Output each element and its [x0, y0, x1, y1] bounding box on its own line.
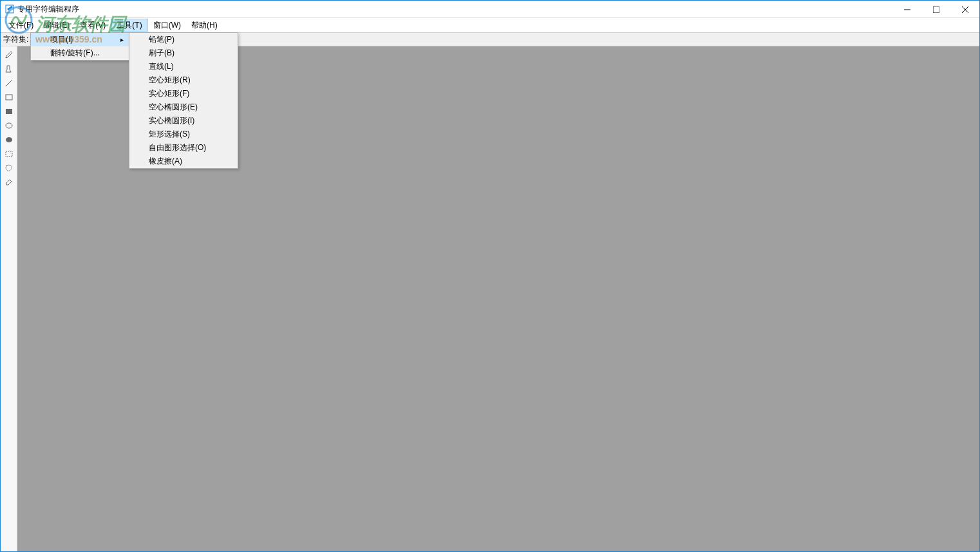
- menu-edit[interactable]: 编辑(E): [39, 19, 75, 32]
- submenu-freeform-select[interactable]: 自由图形选择(O): [129, 141, 238, 155]
- line-tool-icon[interactable]: [3, 77, 15, 89]
- menu-file[interactable]: 文件(F): [3, 19, 39, 32]
- brush-tool-icon[interactable]: [3, 63, 15, 75]
- hollow-ellipse-tool-icon[interactable]: [3, 120, 15, 131]
- maximize-button[interactable]: [921, 1, 950, 18]
- freeform-select-tool-icon[interactable]: [3, 162, 15, 174]
- window-controls: [892, 1, 979, 18]
- charset-label: 字符集:: [3, 34, 28, 45]
- tools-item-submenu[interactable]: 项目(I): [31, 33, 129, 46]
- solid-rect-tool-icon[interactable]: [3, 106, 15, 117]
- submenu-eraser[interactable]: 橡皮擦(A): [129, 155, 238, 168]
- menu-window[interactable]: 窗口(W): [148, 19, 186, 32]
- menu-help[interactable]: 帮助(H): [186, 19, 223, 32]
- submenu-pencil[interactable]: 铅笔(P): [129, 33, 238, 46]
- titlebar: 专用字符编辑程序: [1, 1, 979, 18]
- tools-flip-rotate[interactable]: 翻转/旋转(F)...: [31, 46, 129, 60]
- submenu-solid-ellipse[interactable]: 实心椭圆形(I): [129, 114, 238, 128]
- pencil-tool-icon[interactable]: [3, 49, 15, 61]
- close-button[interactable]: [950, 1, 979, 18]
- submenu-hollow-ellipse[interactable]: 空心椭圆形(E): [129, 100, 238, 114]
- minimize-button[interactable]: [892, 1, 921, 18]
- submenu-rect-select[interactable]: 矩形选择(S): [129, 128, 238, 141]
- svg-point-9: [6, 137, 12, 142]
- svg-rect-10: [6, 151, 12, 157]
- svg-rect-7: [6, 109, 12, 114]
- rect-select-tool-icon[interactable]: [3, 148, 15, 160]
- submenu-line[interactable]: 直线(L): [129, 60, 238, 73]
- window-title: 专用字符编辑程序: [17, 4, 79, 15]
- app-icon: [5, 4, 15, 14]
- svg-line-5: [6, 80, 12, 86]
- svg-point-8: [6, 123, 12, 128]
- menu-tools[interactable]: 工具(T): [111, 19, 147, 32]
- left-toolbar: [1, 46, 17, 551]
- solid-ellipse-tool-icon[interactable]: [3, 134, 15, 146]
- eraser-tool-icon[interactable]: [3, 176, 15, 188]
- hollow-rect-tool-icon[interactable]: [3, 91, 15, 103]
- menubar: 文件(F) 编辑(E) 查看(V) 工具(T) 窗口(W) 帮助(H): [1, 18, 979, 32]
- submenu-hollow-rect[interactable]: 空心矩形(R): [129, 73, 238, 87]
- menu-view[interactable]: 查看(V): [75, 19, 111, 32]
- svg-rect-6: [6, 95, 12, 100]
- tools-dropdown: 项目(I) 翻转/旋转(F)...: [30, 32, 129, 61]
- submenu-solid-rect[interactable]: 实心矩形(F): [129, 87, 238, 100]
- tools-item-submenu-panel: 铅笔(P) 刷子(B) 直线(L) 空心矩形(R) 实心矩形(F) 空心椭圆形(…: [129, 32, 238, 169]
- svg-rect-2: [933, 6, 939, 13]
- submenu-brush[interactable]: 刷子(B): [129, 46, 238, 60]
